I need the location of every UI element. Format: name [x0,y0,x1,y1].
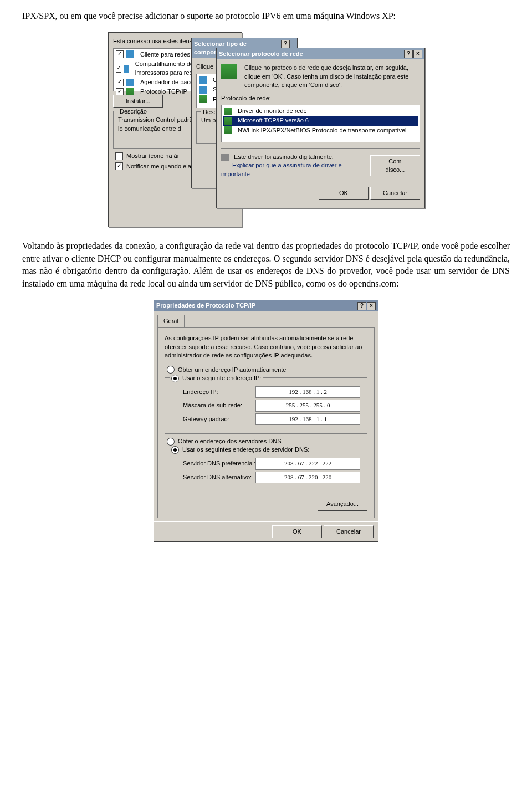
ok-button[interactable]: OK [272,525,322,538]
instruction-text: Clique no protocolo de rede que deseja i… [244,64,420,89]
protocol-group-label: Protocolo de rede: [221,94,420,103]
titlebar: Propriedades de Protocolo TCP/IP ?× [154,300,378,311]
description-heading: Descrição [118,108,149,116]
protocol-large-icon [221,64,237,79]
service-icon [199,86,207,94]
radio-auto-dns: Obter o endereço dos servidores DNS [167,437,367,446]
ip-field[interactable]: 192 . 168 . 1 . 2 [255,386,360,398]
checkbox-icon[interactable]: ✓ [116,65,121,73]
close-icon[interactable]: × [367,302,376,310]
list-item[interactable]: NWLink IPX/SPX/NetBIOS Protocolo de tran… [223,126,418,135]
radio-icon[interactable] [171,446,179,454]
com-disco-button[interactable]: Com disco... [370,155,420,177]
show-icon-label: Mostrar ícone na ár [126,152,179,160]
radio-icon [167,438,175,446]
list-item-selected[interactable]: Microsoft TCP/IP versão 6 [223,116,418,125]
tcpip-intro-text: As configurações IP podem ser atribuídas… [165,334,367,360]
protocol-icon [199,95,207,103]
ip-label: Endereço IP: [183,388,255,396]
intro-paragraph: IPX/SPX, ou em que você precise adiciona… [22,10,510,22]
client-icon [199,76,207,84]
tab-geral[interactable]: Geral [157,315,185,327]
radio-label: Usar os seguintes endereços de servidor … [182,446,309,454]
select-network-protocol-window: Selecionar protocolo de rede ?× Clique n… [216,48,425,208]
client-icon [126,50,134,58]
radio-static-dns[interactable]: Usar os seguintes endereços de servidor … [171,446,309,454]
help-icon[interactable]: ? [281,40,290,48]
window-title: Selecionar protocolo de rede [219,50,303,58]
signed-text: Este driver foi assinado digitalmente. [234,154,334,160]
share-icon [124,65,129,73]
install-button[interactable]: Instalar... [113,95,163,108]
cancel-button[interactable]: Cancelar [324,525,374,538]
net-icon [224,126,232,134]
titlebar: Selecionar protocolo de rede ?× [217,48,424,59]
middle-paragraph: Voltando às propriedades da conexão, a c… [22,240,510,290]
ok-button[interactable]: OK [319,187,369,200]
dns1-field[interactable]: 208 . 67 . 222 . 222 [255,458,360,469]
static-ip-group: Usar o seguinte endereço IP: Endereço IP… [165,377,367,434]
checkbox-icon[interactable]: ✓ [115,162,123,170]
radio-label: Obter o endereço dos servidores DNS [178,437,281,446]
help-icon[interactable]: ? [404,50,413,58]
net-icon [224,108,232,115]
dns2-field[interactable]: 208 . 67 . 220 . 220 [255,472,360,483]
gateway-field[interactable]: 192 . 168 . 1 . 1 [255,413,360,425]
radio-label: Obter um endereço IP automaticamente [178,366,286,374]
cancel-button[interactable]: Cancelar [370,187,420,200]
radio-icon[interactable] [171,375,179,382]
qos-icon [126,79,134,86]
radio-auto-ip[interactable]: Obter um endereço IP automaticamente [167,366,367,374]
advanced-button[interactable]: Avançado... [318,498,367,510]
mask-label: Máscara de sub-rede: [183,401,255,410]
checkbox-icon[interactable]: ✓ [116,79,124,86]
protocol-list[interactable]: Driver de monitor de rede Microsoft TCP/… [221,105,420,142]
radio-label: Usar o seguinte endereço IP: [182,374,261,382]
dialog-stack-image: Esta conexão usa estes itens: ✓Cliente p… [22,32,510,229]
signed-icon [221,154,229,161]
item-label: NWLink IPX/SPX/NetBIOS Protocolo de tran… [238,126,406,135]
checkbox-icon[interactable]: ✓ [116,50,124,58]
radio-icon[interactable] [167,366,175,374]
mask-field[interactable]: 255 . 255 . 255 . 0 [255,400,360,411]
checkbox-icon[interactable] [115,152,123,160]
item-label: Driver de monitor de rede [238,107,307,115]
list-item[interactable]: Driver de monitor de rede [223,106,418,116]
dns1-label: Servidor DNS preferencial: [183,459,255,468]
static-dns-group: Usar os seguintes endereços de servidor … [165,449,367,492]
close-icon[interactable]: × [413,50,422,58]
tcpip-properties-window: Propriedades de Protocolo TCP/IP ?× Gera… [154,300,378,542]
dns2-label: Servidor DNS alternativo: [183,473,255,482]
item-label: Microsoft TCP/IP versão 6 [238,116,309,125]
help-icon[interactable]: ? [357,302,366,310]
window-title: Propriedades de Protocolo TCP/IP [156,301,255,310]
radio-static-ip[interactable]: Usar o seguinte endereço IP: [171,374,261,382]
gateway-label: Gateway padrão: [183,415,255,423]
net-icon [224,117,232,125]
why-signature-link[interactable]: Explicar por que a assinatura de driver … [221,162,342,177]
